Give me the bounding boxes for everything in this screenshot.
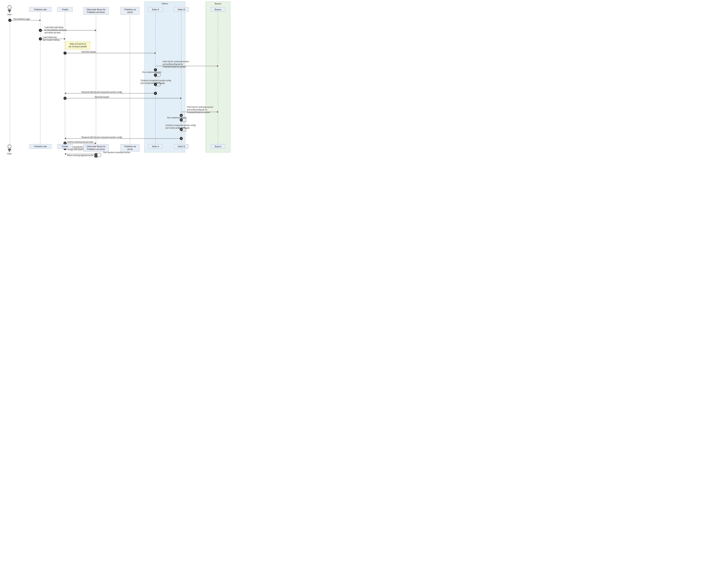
step-2: 2 [39,29,42,32]
step-11: 11 [180,118,183,121]
buyers-box-top: Buyers [211,7,225,12]
msg-14-label: Submit contextual auction bids [67,141,93,143]
step-6: 6 [154,74,157,77]
svg-marker-9 [40,20,41,21]
publisher-ad-server-box-top: Publisher ad server [121,7,139,15]
user-bottom: User [7,145,11,155]
group-buyers: Buyers [206,1,230,152]
seller-b-box-top: Seller B [174,7,188,12]
step-13: 13 [180,137,183,140]
user-head-bottom [7,145,11,148]
user-top: User [7,5,11,16]
step-7: 7 [154,83,157,86]
msg-8-label: Respond with bid and component auction c… [81,91,122,93]
msg-2-label: Load client-side library for the publish… [45,26,82,34]
seller-a-box-bottom: Seller A [148,144,163,149]
msg-4-label: Send bid request [81,51,96,53]
buyers-box-bottom: Buyers [211,144,225,149]
step-12: 12 [180,128,183,131]
msg-9-label: Send bid request [95,96,109,98]
seller-a-box-top: Seller A [148,7,163,12]
sellers-label: Sellers [145,2,185,5]
user-label-top: User [7,13,11,16]
msg-1-label: Visit publisher page [13,18,30,20]
svg-marker-19 [64,93,66,94]
svg-marker-25 [64,138,66,139]
diagram-svg [0,0,235,157]
note-box: Steps 4-8 and 9-13 are running in parall… [66,41,90,49]
client-side-lib-box-bottom: Client-side library for Publisher ad ser… [83,144,109,152]
msg-10-label: Fetch bid for contextual auction and per… [187,106,223,114]
user-label-bottom: User [7,153,11,155]
msg-3-label: Load Prebid and start header bidding [43,36,66,41]
buyers-group-label: Buyers [206,2,230,5]
client-side-lib-box-top: Client-side library for Publisher ad ser… [83,7,109,15]
step-1: 1 [8,19,11,22]
publisher-site-box-top: Publisher site [29,7,51,12]
seller-b-box-bottom: Seller B [174,144,188,149]
user-head-top [7,5,11,9]
svg-marker-31 [64,153,66,155]
prebid-box-bottom: Prebid [57,144,73,149]
prebid-box-top: Prebid [57,7,73,12]
step-10a: 10 [180,114,183,117]
group-sellers: Sellers [145,1,185,152]
publisher-site-box-bottom: Publisher site [29,144,51,149]
user-body-bottom [7,149,11,152]
publisher-ad-server-box-bottom: Publisher ad server [121,144,139,152]
step-17: 17 [95,155,98,157]
step-8: 8 [154,92,157,95]
msg-5-label: Fetch bid for contextual auction and per… [163,60,199,68]
svg-marker-11 [95,30,96,31]
step-3: 3 [39,37,42,41]
step-4: 4 [63,52,67,55]
user-body-top [7,9,11,13]
step-9: 9 [63,97,67,100]
msg-17-label: Return winning adjusted ad bid [67,154,93,156]
msg-16-label: Run top-level contextual auction [103,151,130,153]
svg-marker-27 [95,143,96,144]
msg-13-label: Respond with bid and component auction c… [81,136,122,138]
step-5: 5 [154,68,157,71]
